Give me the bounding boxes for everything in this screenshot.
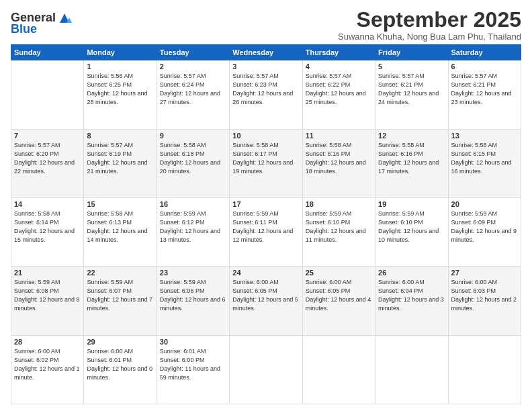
calendar-cell: 7Sunrise: 5:57 AMSunset: 6:20 PMDaylight… (11, 129, 84, 197)
calendar-cell: 5Sunrise: 5:57 AMSunset: 6:21 PMDaylight… (375, 60, 448, 129)
page: General Blue September 2025 Suwanna Khuh… (0, 0, 532, 411)
weekday-header: Friday (375, 45, 448, 60)
day-number: 23 (160, 269, 226, 277)
calendar-cell: 9Sunrise: 5:58 AMSunset: 6:18 PMDaylight… (157, 129, 229, 197)
calendar-cell (230, 335, 302, 404)
day-info: Sunrise: 6:00 AMSunset: 6:04 PMDaylight:… (378, 278, 445, 313)
title-block: September 2025 Suwanna Khuha, Nong Bua L… (338, 8, 521, 42)
calendar-header-row: SundayMondayTuesdayWednesdayThursdayFrid… (11, 45, 521, 60)
day-info: Sunrise: 5:58 AMSunset: 6:14 PMDaylight:… (14, 210, 81, 244)
day-info: Sunrise: 5:58 AMSunset: 6:18 PMDaylight:… (160, 141, 226, 176)
weekday-header: Tuesday (157, 45, 229, 60)
calendar-table: SundayMondayTuesdayWednesdayThursdayFrid… (11, 44, 521, 404)
calendar-cell: 15Sunrise: 5:58 AMSunset: 6:13 PMDayligh… (84, 197, 157, 266)
calendar-cell: 17Sunrise: 5:59 AMSunset: 6:11 PMDayligh… (230, 197, 302, 266)
day-number: 21 (14, 269, 81, 277)
day-number: 16 (160, 200, 226, 208)
calendar-cell (11, 60, 84, 129)
day-number: 3 (232, 62, 299, 71)
day-number: 18 (306, 200, 372, 208)
calendar-cell: 3Sunrise: 5:57 AMSunset: 6:23 PMDaylight… (230, 60, 302, 129)
day-info: Sunrise: 5:57 AMSunset: 6:24 PMDaylight:… (160, 72, 226, 107)
calendar-cell: 21Sunrise: 5:59 AMSunset: 6:08 PMDayligh… (11, 267, 84, 335)
logo-icon (57, 11, 72, 26)
subtitle: Suwanna Khuha, Nong Bua Lam Phu, Thailan… (338, 32, 521, 42)
calendar-cell: 24Sunrise: 6:00 AMSunset: 6:05 PMDayligh… (230, 267, 302, 335)
day-info: Sunrise: 6:00 AMSunset: 6:05 PMDaylight:… (232, 278, 299, 313)
day-number: 24 (232, 269, 299, 277)
logo: General Blue (11, 11, 72, 36)
calendar-cell: 1Sunrise: 5:56 AMSunset: 6:25 PMDaylight… (84, 60, 157, 129)
day-info: Sunrise: 5:57 AMSunset: 6:23 PMDaylight:… (232, 72, 299, 107)
day-number: 8 (87, 132, 153, 140)
calendar-cell: 10Sunrise: 5:58 AMSunset: 6:17 PMDayligh… (230, 129, 302, 197)
day-info: Sunrise: 5:59 AMSunset: 6:06 PMDaylight:… (160, 278, 226, 313)
day-number: 11 (306, 132, 372, 140)
day-info: Sunrise: 5:59 AMSunset: 6:09 PMDaylight:… (451, 210, 518, 244)
calendar-cell: 26Sunrise: 6:00 AMSunset: 6:04 PMDayligh… (375, 267, 448, 335)
day-number: 7 (14, 132, 81, 140)
calendar-cell: 11Sunrise: 5:58 AMSunset: 6:16 PMDayligh… (302, 129, 375, 197)
day-info: Sunrise: 5:57 AMSunset: 6:20 PMDaylight:… (14, 141, 81, 176)
calendar-cell: 23Sunrise: 5:59 AMSunset: 6:06 PMDayligh… (157, 267, 229, 335)
day-number: 22 (87, 269, 153, 277)
calendar-week-row: 28Sunrise: 6:00 AMSunset: 6:02 PMDayligh… (11, 335, 521, 404)
day-number: 25 (306, 269, 372, 277)
day-number: 12 (378, 132, 445, 140)
month-title: September 2025 (338, 8, 521, 32)
calendar-cell (448, 335, 521, 404)
day-info: Sunrise: 5:58 AMSunset: 6:15 PMDaylight:… (451, 141, 518, 176)
day-number: 10 (232, 132, 299, 140)
weekday-header: Saturday (448, 45, 521, 60)
day-info: Sunrise: 5:59 AMSunset: 6:10 PMDaylight:… (306, 210, 372, 244)
day-info: Sunrise: 5:58 AMSunset: 6:13 PMDaylight:… (87, 210, 153, 244)
day-number: 27 (451, 269, 518, 277)
weekday-header: Sunday (11, 45, 84, 60)
calendar-cell: 27Sunrise: 6:00 AMSunset: 6:03 PMDayligh… (448, 267, 521, 335)
day-number: 6 (451, 62, 518, 71)
day-number: 1 (87, 62, 153, 71)
day-info: Sunrise: 5:59 AMSunset: 6:07 PMDaylight:… (87, 278, 153, 313)
day-info: Sunrise: 5:59 AMSunset: 6:11 PMDaylight:… (232, 210, 299, 244)
calendar-week-row: 1Sunrise: 5:56 AMSunset: 6:25 PMDaylight… (11, 60, 521, 129)
day-info: Sunrise: 6:00 AMSunset: 6:02 PMDaylight:… (14, 347, 81, 382)
calendar-cell (375, 335, 448, 404)
calendar-cell: 8Sunrise: 5:57 AMSunset: 6:19 PMDaylight… (84, 129, 157, 197)
day-number: 9 (160, 132, 226, 140)
day-number: 29 (87, 338, 153, 346)
day-number: 19 (378, 200, 445, 208)
day-info: Sunrise: 5:56 AMSunset: 6:25 PMDaylight:… (87, 72, 153, 107)
calendar-cell: 6Sunrise: 5:57 AMSunset: 6:21 PMDaylight… (448, 60, 521, 129)
weekday-header: Wednesday (230, 45, 302, 60)
calendar-cell (302, 335, 375, 404)
calendar-cell: 28Sunrise: 6:00 AMSunset: 6:02 PMDayligh… (11, 335, 84, 404)
day-info: Sunrise: 5:57 AMSunset: 6:21 PMDaylight:… (378, 72, 445, 107)
weekday-header: Monday (84, 45, 157, 60)
day-info: Sunrise: 5:57 AMSunset: 6:19 PMDaylight:… (87, 141, 153, 176)
day-info: Sunrise: 5:57 AMSunset: 6:21 PMDaylight:… (451, 72, 518, 107)
day-info: Sunrise: 5:57 AMSunset: 6:22 PMDaylight:… (306, 72, 372, 107)
calendar-cell: 25Sunrise: 6:00 AMSunset: 6:05 PMDayligh… (302, 267, 375, 335)
calendar-week-row: 14Sunrise: 5:58 AMSunset: 6:14 PMDayligh… (11, 197, 521, 266)
calendar-cell: 20Sunrise: 5:59 AMSunset: 6:09 PMDayligh… (448, 197, 521, 266)
day-number: 20 (451, 200, 518, 208)
calendar-cell: 13Sunrise: 5:58 AMSunset: 6:15 PMDayligh… (448, 129, 521, 197)
day-number: 13 (451, 132, 518, 140)
day-info: Sunrise: 6:00 AMSunset: 6:01 PMDaylight:… (87, 347, 153, 382)
day-info: Sunrise: 6:00 AMSunset: 6:05 PMDaylight:… (306, 278, 372, 313)
day-number: 26 (378, 269, 445, 277)
day-info: Sunrise: 6:01 AMSunset: 6:00 PMDaylight:… (160, 347, 226, 382)
calendar-cell: 22Sunrise: 5:59 AMSunset: 6:07 PMDayligh… (84, 267, 157, 335)
calendar-cell: 14Sunrise: 5:58 AMSunset: 6:14 PMDayligh… (11, 197, 84, 266)
day-number: 2 (160, 62, 226, 71)
day-info: Sunrise: 6:00 AMSunset: 6:03 PMDaylight:… (451, 278, 518, 313)
day-number: 15 (87, 200, 153, 208)
day-number: 5 (378, 62, 445, 71)
day-number: 14 (14, 200, 81, 208)
calendar-cell: 30Sunrise: 6:01 AMSunset: 6:00 PMDayligh… (157, 335, 229, 404)
calendar-cell: 19Sunrise: 5:59 AMSunset: 6:10 PMDayligh… (375, 197, 448, 266)
calendar-cell: 18Sunrise: 5:59 AMSunset: 6:10 PMDayligh… (302, 197, 375, 266)
weekday-header: Thursday (302, 45, 375, 60)
header: General Blue September 2025 Suwanna Khuh… (11, 8, 521, 42)
day-info: Sunrise: 5:58 AMSunset: 6:16 PMDaylight:… (306, 141, 372, 176)
